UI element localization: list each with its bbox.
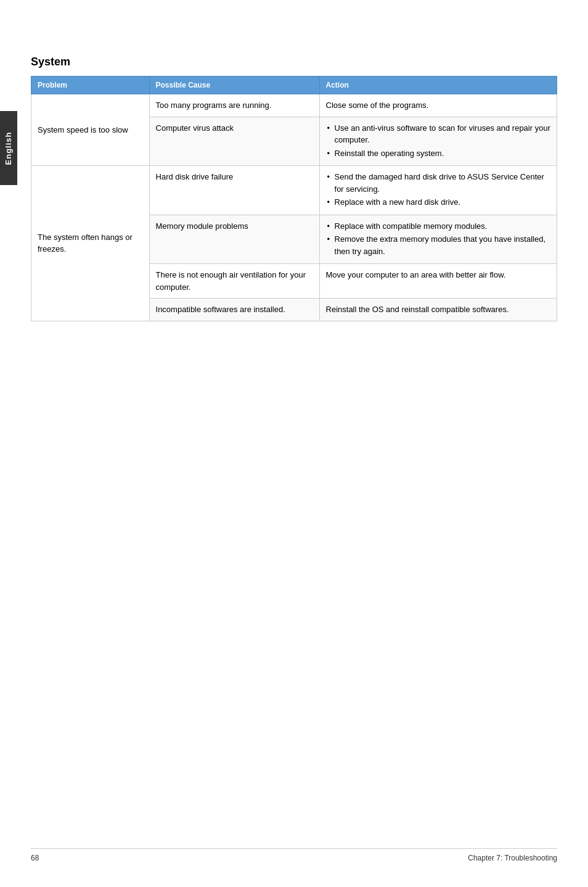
action-bullet: Send the damaged hard disk drive to ASUS… (326, 171, 550, 195)
cause-cell: Memory module problems (149, 215, 319, 264)
table-header-row: Problem Possible Cause Action (31, 76, 557, 94)
action-cell: Close some of the programs. (319, 94, 557, 117)
chapter-label: Chapter 7: Troubleshooting (468, 854, 557, 862)
problem-cell: System speed is too slow (31, 94, 150, 166)
cause-cell: Hard disk drive failure (149, 166, 319, 215)
problem-cell: The system often hangs or freezes. (31, 166, 150, 321)
action-cell: Move your computer to an area with bette… (319, 264, 557, 299)
header-problem: Problem (31, 76, 150, 94)
table-row: System speed is too slowToo many program… (31, 94, 557, 117)
action-cell: Reinstall the OS and reinstall compatibl… (319, 299, 557, 321)
cause-cell: Incompatible softwares are installed. (149, 299, 319, 321)
sidebar-english-label: English (0, 111, 17, 185)
main-content: System Problem Possible Cause Action Sys… (31, 56, 557, 321)
sidebar-label-text: English (4, 131, 14, 165)
header-action: Action (319, 76, 557, 94)
page-number: 68 (31, 854, 39, 862)
action-bullet: Replace with compatible memory modules. (326, 220, 550, 233)
action-bullet: Replace with a new hard disk drive. (326, 196, 550, 208)
action-cell: Replace with compatible memory modules.R… (319, 215, 557, 264)
cause-cell: Computer virus attack (149, 117, 319, 166)
troubleshooting-table: Problem Possible Cause Action System spe… (31, 76, 557, 321)
cause-cell: There is not enough air ventilation for … (149, 264, 319, 299)
page-footer: 68 Chapter 7: Troubleshooting (31, 848, 557, 862)
cause-cell: Too many programs are running. (149, 94, 319, 117)
action-bullet: Remove the extra memory modules that you… (326, 233, 550, 257)
action-bullet: Reinstall the operating system. (326, 147, 550, 160)
action-cell: Use an anti-virus software to scan for v… (319, 117, 557, 166)
header-cause: Possible Cause (149, 76, 319, 94)
action-bullet: Use an anti-virus software to scan for v… (326, 122, 550, 146)
section-title: System (31, 56, 557, 68)
action-cell: Send the damaged hard disk drive to ASUS… (319, 166, 557, 215)
table-row: The system often hangs or freezes.Hard d… (31, 166, 557, 215)
